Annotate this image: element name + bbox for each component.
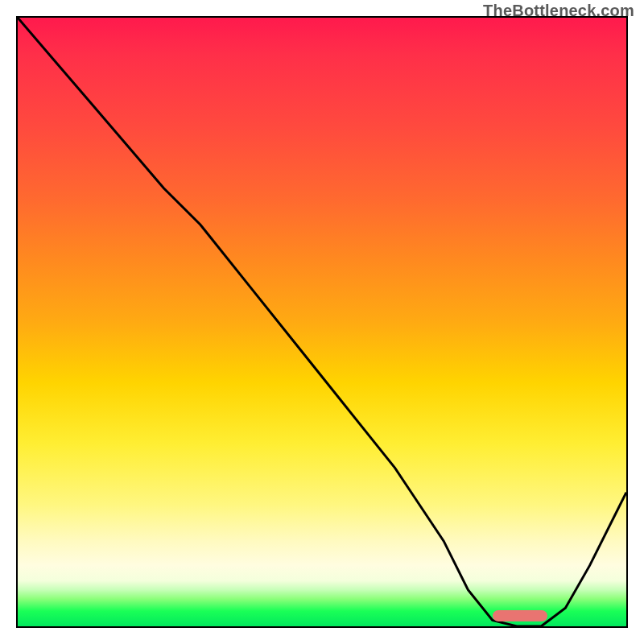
bottleneck-curve-path <box>18 18 626 626</box>
chart-root: TheBottleneck.com <box>0 0 644 644</box>
sweet-spot-marker <box>493 610 547 621</box>
plot-area <box>16 16 628 628</box>
bottleneck-curve <box>18 18 626 626</box>
